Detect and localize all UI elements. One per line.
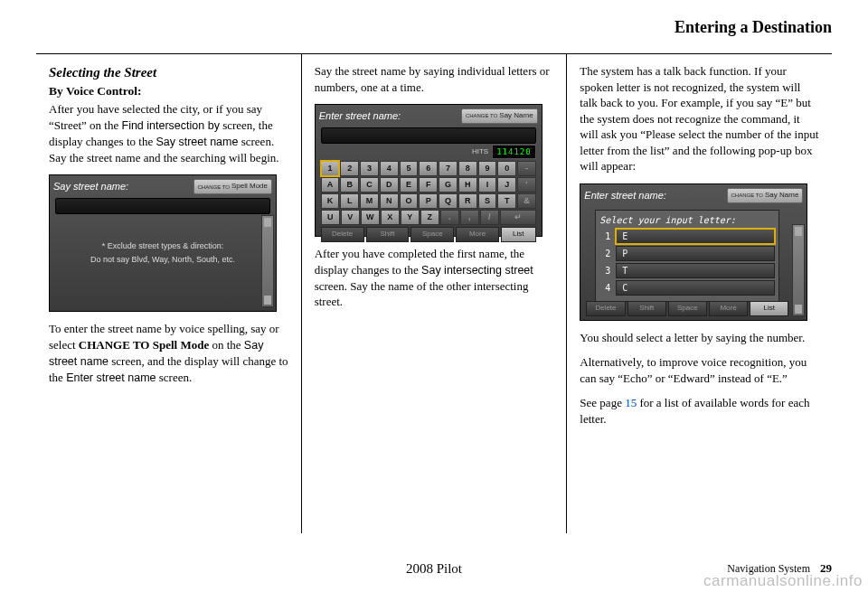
- key-delete[interactable]: Delete: [586, 301, 625, 316]
- say-name-button[interactable]: CHANGE TO Say Name: [461, 108, 538, 124]
- option-number: 1: [599, 230, 610, 243]
- key-x[interactable]: X: [381, 210, 400, 225]
- key-space[interactable]: Space: [668, 301, 707, 316]
- change-to-label: CHANGE TO: [731, 193, 763, 198]
- col2-para2: After you have completed the first name,…: [315, 246, 554, 310]
- shot-title: Enter street name:: [584, 189, 666, 202]
- option-p[interactable]: P: [616, 246, 775, 261]
- key-7[interactable]: 7: [439, 161, 458, 176]
- scrollbar[interactable]: [792, 224, 805, 316]
- popup-title: Select your input letter:: [599, 214, 775, 227]
- street-input-field[interactable]: [321, 127, 536, 144]
- key-more[interactable]: More: [709, 301, 748, 316]
- column-1: Selecting the Street By Voice Control: A…: [36, 54, 301, 533]
- key-p[interactable]: P: [419, 193, 438, 209]
- key-8[interactable]: 8: [458, 161, 477, 176]
- key-y[interactable]: Y: [401, 210, 420, 225]
- key-k[interactable]: K: [321, 193, 340, 209]
- watermark: carmanualsonline.info: [703, 572, 863, 590]
- key-2[interactable]: 2: [340, 161, 359, 176]
- key-f[interactable]: F: [419, 177, 438, 193]
- text: See page: [580, 396, 625, 409]
- chapter-title: Entering a Destination: [36, 18, 832, 37]
- key-e[interactable]: E: [400, 177, 419, 193]
- ui-term: Find intersection by: [122, 119, 220, 132]
- key-t[interactable]: T: [497, 193, 516, 209]
- key-dash[interactable]: -: [517, 161, 536, 176]
- key-list[interactable]: List: [750, 301, 788, 316]
- option-number: 4: [599, 282, 610, 295]
- hits-label: HITS: [472, 147, 488, 157]
- text: on the: [209, 338, 244, 352]
- hits-value: 114120: [492, 145, 536, 159]
- key-6[interactable]: 6: [419, 161, 438, 176]
- key-0[interactable]: 0: [497, 161, 516, 176]
- key-shift[interactable]: Shift: [627, 301, 666, 316]
- key-g[interactable]: G: [439, 177, 458, 193]
- mode-label: Say Name: [499, 111, 533, 121]
- key-i[interactable]: I: [478, 177, 497, 193]
- key-v[interactable]: V: [341, 210, 360, 225]
- col3-para1: The system has a talk back function. If …: [580, 63, 819, 174]
- key-b[interactable]: B: [340, 177, 359, 193]
- scrollbar[interactable]: [261, 215, 274, 307]
- key-u[interactable]: U: [321, 210, 340, 225]
- key-4[interactable]: 4: [380, 161, 399, 176]
- key-1[interactable]: 1: [321, 161, 340, 176]
- key-space[interactable]: Space: [410, 227, 454, 242]
- option-number: 2: [599, 248, 610, 260]
- subhead-selecting-street: Selecting the Street: [49, 63, 288, 81]
- key-s[interactable]: S: [478, 193, 497, 209]
- key-list[interactable]: List: [501, 227, 536, 242]
- key-enter[interactable]: ↵: [500, 210, 536, 225]
- key-l[interactable]: L: [340, 193, 359, 209]
- column-3: The system has a talk back function. If …: [567, 54, 832, 533]
- page-link-15[interactable]: 15: [625, 396, 637, 409]
- key-d[interactable]: D: [380, 177, 399, 193]
- shot-title: Say street name:: [53, 180, 128, 193]
- col1-para2: To enter the street name by voice spelli…: [49, 321, 288, 385]
- shot-title: Enter street name:: [319, 109, 401, 123]
- col3-para2: You should select a letter by saying the…: [580, 330, 819, 346]
- key-slash[interactable]: /: [480, 210, 499, 225]
- say-name-button[interactable]: CHANGE TO Say Name: [727, 188, 804, 203]
- change-to-label: CHANGE TO: [466, 113, 497, 118]
- col1-para1: After you have selected the city, or if …: [49, 101, 288, 165]
- col3-para3: Alternatively, to improve voice recognit…: [580, 354, 819, 386]
- key-h[interactable]: H: [458, 177, 477, 193]
- key-j[interactable]: J: [497, 177, 516, 193]
- key-5[interactable]: 5: [400, 161, 419, 176]
- key-comma[interactable]: ,: [460, 210, 479, 225]
- col2-para1: Say the street name by saying individual…: [315, 63, 554, 95]
- option-t[interactable]: T: [616, 263, 775, 278]
- key-q[interactable]: Q: [439, 193, 458, 209]
- key-r[interactable]: R: [458, 193, 477, 209]
- key-9[interactable]: 9: [478, 161, 497, 176]
- key-c[interactable]: C: [360, 177, 379, 193]
- option-c[interactable]: C: [616, 280, 775, 296]
- key-m[interactable]: M: [360, 193, 379, 209]
- mode-label: Spell Mode: [231, 182, 268, 192]
- key-delete[interactable]: Delete: [321, 227, 364, 242]
- key-a[interactable]: A: [321, 177, 340, 193]
- spell-mode-button[interactable]: CHANGE TO Spell Mode: [193, 179, 272, 194]
- text-columns: Selecting the Street By Voice Control: A…: [36, 54, 832, 533]
- street-input-field[interactable]: [55, 198, 270, 214]
- bold-term: CHANGE TO Spell Mode: [79, 338, 209, 352]
- key-w[interactable]: W: [361, 210, 380, 225]
- key-z[interactable]: Z: [420, 210, 439, 225]
- key-3[interactable]: 3: [360, 161, 379, 176]
- shot-instruction: * Exclude street types & direction: Do n…: [50, 240, 276, 266]
- key-more[interactable]: More: [456, 227, 499, 242]
- key-shift[interactable]: Shift: [366, 227, 410, 242]
- key-n[interactable]: N: [380, 193, 399, 209]
- key-apos[interactable]: ': [517, 177, 536, 193]
- input-letter-popup: Select your input letter: 1 E 2 P 3 T 4: [595, 210, 779, 303]
- key-amp[interactable]: &: [517, 193, 536, 209]
- ui-term: Say street name: [156, 136, 238, 148]
- option-number: 3: [599, 265, 610, 277]
- key-dot[interactable]: .: [440, 210, 459, 225]
- option-e[interactable]: E: [616, 229, 775, 244]
- text: screen.: [156, 371, 193, 384]
- key-o[interactable]: O: [400, 193, 419, 209]
